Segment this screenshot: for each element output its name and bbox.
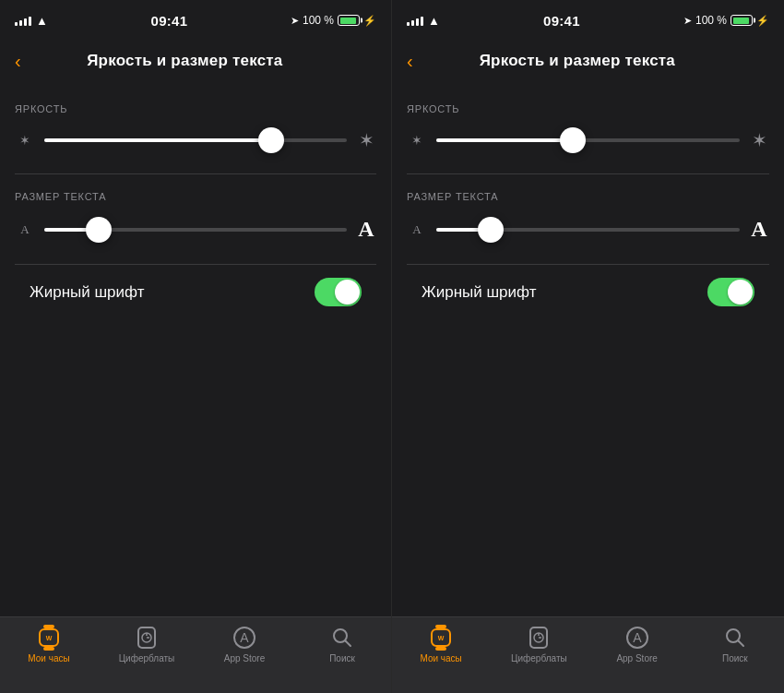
bold-font-section-left: Жирный шрифт — [15, 265, 376, 319]
status-left-right: ▲ — [407, 14, 440, 28]
text-size-track-left[interactable] — [44, 228, 347, 232]
status-bar-right: ▲ 09:41 ➤ 100 % ⚡ — [392, 0, 784, 41]
wifi-icon: ▲ — [36, 14, 48, 28]
bold-font-toggle-right[interactable] — [707, 278, 754, 306]
signal-bar-1 — [15, 22, 18, 26]
status-right-left: ➤ 100 % ⚡ — [291, 14, 376, 27]
divider1-left — [15, 173, 376, 174]
nav-header-left: ‹ Яркость и размер текста — [0, 41, 391, 81]
status-bar-left: ▲ 09:41 ➤ 100 % ⚡ — [0, 0, 391, 41]
tab-bar-left: W Мои часы Циферблаты A — [0, 616, 391, 693]
appstore-icon-left: A — [232, 625, 257, 651]
content-right: ЯРКОСТЬ ✶ ✶ РАЗМЕР ТЕКСТА A — [392, 81, 784, 616]
battery-fill-right — [733, 18, 749, 24]
watch-svg-right: W — [428, 625, 454, 651]
battery-icon-right — [731, 15, 753, 26]
search-svg-right — [724, 627, 746, 649]
text-small-icon-left: A — [15, 222, 35, 237]
text-size-slider-right[interactable]: A A — [407, 211, 769, 247]
tab-search-label-left: Поиск — [329, 653, 355, 663]
svg-rect-0 — [43, 625, 54, 628]
text-size-section-right: РАЗМЕР ТЕКСТА A A — [392, 191, 784, 247]
wifi-icon-right: ▲ — [428, 14, 440, 28]
text-size-track-right[interactable] — [436, 228, 740, 232]
tab-appstore-label-left: App Store — [224, 653, 265, 663]
appstore-svg-left: A — [232, 626, 256, 650]
tab-dials-label-right: Циферблаты — [511, 653, 567, 663]
tab-appstore-right[interactable]: A App Store — [588, 625, 686, 663]
brightness-track-right[interactable] — [436, 138, 740, 142]
brightness-slider-left[interactable]: ✶ ✶ — [15, 124, 376, 157]
text-size-slider-left[interactable]: A A — [15, 211, 376, 247]
tab-my-watch-label-right: Мои часы — [420, 653, 461, 663]
signal-bars — [15, 15, 31, 26]
tab-dials-right[interactable]: Циферблаты — [490, 625, 588, 663]
text-small-icon-right: A — [407, 222, 427, 237]
status-left: ▲ — [15, 14, 48, 28]
panel-left: ▲ 09:41 ➤ 100 % ⚡ ‹ Яркость и размер тек… — [0, 0, 392, 693]
status-time-right: 09:41 — [543, 13, 580, 29]
status-right-right: ➤ 100 % ⚡ — [683, 14, 769, 27]
text-size-thumb-left[interactable] — [86, 217, 112, 243]
bold-font-label-left: Жирный шрифт — [30, 283, 144, 302]
svg-text:W: W — [46, 635, 53, 641]
brightness-high-icon-right: ✶ — [749, 129, 769, 151]
dials-svg-right — [527, 626, 551, 650]
tab-my-watch-label-left: Мои часы — [28, 653, 69, 663]
search-svg-left — [331, 627, 353, 649]
brightness-slider-right[interactable]: ✶ ✶ — [407, 124, 769, 157]
bold-font-toggle-left[interactable] — [315, 278, 362, 306]
bold-font-section-right: Жирный шрифт — [407, 265, 769, 319]
brightness-section-left: ЯРКОСТЬ ✶ ✶ — [0, 103, 391, 157]
status-time-left: 09:41 — [150, 13, 187, 29]
divider1-right — [407, 173, 769, 174]
brightness-track-left[interactable] — [44, 138, 347, 142]
brightness-fill-left — [44, 138, 271, 142]
my-watch-icon-right: W — [428, 625, 454, 651]
brightness-fill-right — [436, 138, 573, 142]
charging-icon: ⚡ — [363, 15, 376, 27]
tab-my-watch-left[interactable]: W Мои часы — [0, 625, 98, 663]
tab-my-watch-right[interactable]: W Мои часы — [392, 625, 490, 663]
tab-search-right[interactable]: Поиск — [686, 625, 784, 663]
tab-search-left[interactable]: Поиск — [293, 625, 391, 663]
location-icon-right: ➤ — [683, 15, 692, 27]
bold-font-row-right: Жирный шрифт — [407, 265, 769, 319]
brightness-track-bg-right — [436, 138, 740, 142]
brightness-label-right: ЯРКОСТЬ — [407, 103, 769, 114]
page-title-right: Яркость и размер текста — [386, 52, 769, 70]
tab-appstore-label-right: App Store — [616, 653, 657, 663]
battery-pct-left: 100 % — [303, 14, 334, 27]
charging-icon-right: ⚡ — [756, 15, 769, 27]
brightness-thumb-left[interactable] — [258, 127, 284, 153]
signal-bar-r3 — [416, 18, 419, 26]
tab-bar-right: W Мои часы Циферблаты A — [392, 616, 784, 693]
tab-search-label-right: Поиск — [722, 653, 748, 663]
bold-font-row-left: Жирный шрифт — [15, 265, 376, 319]
content-left: ЯРКОСТЬ ✶ ✶ РАЗМЕР ТЕКСТА A — [0, 81, 391, 616]
search-icon-right — [722, 625, 748, 651]
svg-text:A: A — [240, 630, 249, 645]
svg-rect-12 — [435, 625, 446, 628]
text-size-track-bg-left — [44, 228, 347, 232]
tab-appstore-left[interactable]: A App Store — [196, 625, 293, 663]
signal-bar-r4 — [421, 17, 423, 26]
text-size-track-bg-right — [436, 228, 740, 232]
dials-svg-left — [135, 626, 159, 650]
brightness-thumb-right[interactable] — [560, 127, 586, 153]
text-large-icon-right: A — [749, 217, 769, 242]
battery-pct-right: 100 % — [695, 14, 727, 27]
svg-text:A: A — [633, 630, 642, 645]
signal-bar-r2 — [411, 20, 414, 26]
location-icon: ➤ — [291, 15, 299, 27]
brightness-low-icon-right: ✶ — [407, 133, 427, 148]
battery-fill-left — [340, 18, 356, 24]
page-title-left: Яркость и размер текста — [0, 52, 376, 70]
signal-bar-r1 — [407, 22, 410, 26]
nav-header-right: ‹ Яркость и размер текста — [392, 41, 784, 81]
dials-icon-right — [526, 625, 552, 651]
svg-line-11 — [346, 641, 351, 647]
text-size-thumb-right[interactable] — [478, 217, 504, 243]
tab-dials-left[interactable]: Циферблаты — [98, 625, 196, 663]
watch-svg-left: W — [36, 625, 62, 651]
